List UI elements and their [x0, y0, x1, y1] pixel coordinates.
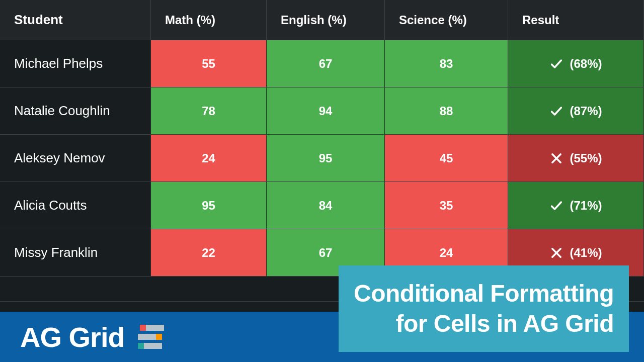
cell-student[interactable]: Natalie Coughlin [0, 87, 151, 134]
result-percent: (68%) [570, 57, 602, 71]
cell-math[interactable]: 24 [151, 135, 267, 182]
svg-rect-7 [156, 334, 162, 340]
data-grid[interactable]: Student Math (%) English (%) Science (%)… [0, 0, 644, 302]
check-icon [549, 199, 564, 213]
column-header-english[interactable]: English (%) [267, 0, 385, 40]
svg-rect-5 [140, 325, 146, 331]
table-row[interactable]: Alicia Coutts958435(71%) [0, 182, 644, 229]
cell-result[interactable]: (68%) [508, 40, 644, 87]
result-percent: (55%) [570, 151, 602, 165]
cell-student[interactable]: Michael Phelps [0, 40, 151, 87]
brand-logo-icon [134, 323, 166, 351]
svg-rect-9 [138, 343, 144, 349]
title-line-2: for Cells in AG Grid [354, 309, 614, 339]
svg-rect-8 [144, 343, 162, 349]
cell-math[interactable]: 55 [151, 40, 267, 87]
table-row[interactable]: Natalie Coughlin789488(87%) [0, 87, 644, 135]
cell-english[interactable]: 95 [267, 135, 385, 182]
cell-english[interactable]: 84 [267, 182, 385, 229]
cross-icon [549, 151, 564, 165]
column-header-science[interactable]: Science (%) [385, 0, 508, 40]
check-icon [549, 57, 564, 71]
column-header-math[interactable]: Math (%) [151, 0, 267, 40]
cell-english[interactable]: 94 [267, 87, 385, 134]
brand-logo-text: AG Grid [20, 321, 125, 353]
cell-student[interactable]: Alicia Coutts [0, 182, 151, 229]
cell-science[interactable]: 83 [385, 40, 508, 87]
table-row[interactable]: Michael Phelps556783(68%) [0, 40, 644, 87]
title-line-1: Conditional Formatting [354, 279, 614, 309]
title-overlay: Conditional Formatting for Cells in AG G… [339, 265, 629, 352]
cell-math[interactable]: 95 [151, 182, 267, 229]
column-header-result[interactable]: Result [508, 0, 644, 40]
cell-result[interactable]: (71%) [508, 182, 644, 229]
result-percent: (87%) [570, 104, 602, 118]
result-percent: (71%) [570, 199, 602, 213]
result-percent: (41%) [570, 246, 602, 260]
svg-rect-4 [146, 325, 164, 331]
check-icon [549, 104, 564, 118]
cell-science[interactable]: 88 [385, 87, 508, 134]
header-row: Student Math (%) English (%) Science (%)… [0, 0, 644, 40]
cell-result[interactable]: (55%) [508, 135, 644, 182]
cell-english[interactable]: 67 [267, 40, 385, 87]
column-header-student[interactable]: Student [0, 0, 151, 40]
cross-icon [549, 246, 564, 260]
table-row[interactable]: Aleksey Nemov249545(55%) [0, 135, 644, 182]
cell-student[interactable]: Aleksey Nemov [0, 135, 151, 182]
cell-result[interactable]: (87%) [508, 87, 644, 134]
cell-science[interactable]: 45 [385, 135, 508, 182]
cell-math[interactable]: 22 [151, 229, 267, 276]
svg-rect-6 [138, 334, 156, 340]
cell-math[interactable]: 78 [151, 87, 267, 134]
cell-student[interactable]: Missy Franklin [0, 229, 151, 276]
cell-science[interactable]: 35 [385, 182, 508, 229]
